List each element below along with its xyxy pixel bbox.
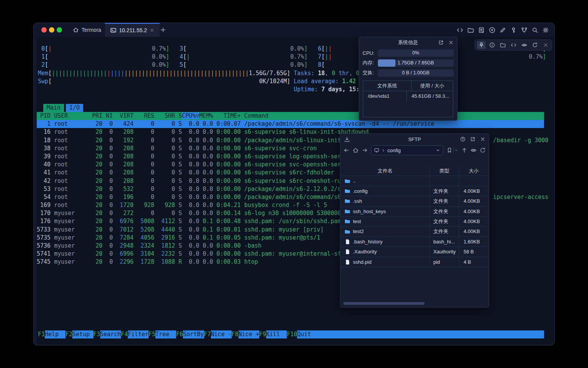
col-size[interactable]: 大小: [459, 166, 488, 176]
divider: [453, 147, 454, 153]
bookmark-icon[interactable]: [446, 147, 452, 153]
file-size: 4.00KB: [459, 227, 488, 236]
eye-button[interactable]: [520, 41, 528, 49]
file-row[interactable]: .XauthorityXauthority58 B: [341, 247, 488, 257]
tab-ssh-session[interactable]: 10.211.55.2: [105, 23, 160, 37]
file-type: 文件夹: [430, 217, 459, 226]
folder-icon[interactable]: [467, 27, 474, 33]
file-name: test: [353, 217, 361, 226]
fnlabel-sortby[interactable]: SortBy: [183, 330, 204, 338]
file-row[interactable]: .ssh文件夹4.00KB: [341, 196, 488, 206]
process-row[interactable]: 1 root 20 0 424 0 0 S 0.0 0.0 0:00.07 /p…: [37, 120, 544, 128]
record-icon[interactable]: [489, 27, 495, 33]
uptime-row: Uptime: 7 days, 15:3: [38, 85, 546, 94]
code-icon[interactable]: [457, 27, 463, 33]
fnlabel-help[interactable]: Help: [45, 330, 65, 338]
fnkey-f4[interactable]: F4: [121, 330, 128, 338]
col-filename[interactable]: 文件名: [341, 166, 430, 176]
file-type: pid: [430, 257, 459, 267]
close-icon[interactable]: [480, 136, 485, 142]
close-button[interactable]: [541, 41, 550, 49]
col-type[interactable]: 类型: [430, 166, 459, 176]
chevron-down-icon[interactable]: [436, 148, 440, 153]
pin-icon: [479, 42, 484, 48]
fnlabel-quit[interactable]: Quit: [297, 330, 311, 338]
search-icon[interactable]: [532, 27, 538, 33]
fnlabel-nice[interactable]: Nice +: [238, 330, 259, 338]
doc-icon[interactable]: [478, 27, 485, 33]
keys-icon[interactable]: [521, 27, 528, 33]
fnlabel-tree[interactable]: Tree: [155, 330, 176, 338]
file-row[interactable]: .config文件夹4.00KB: [341, 186, 488, 196]
file-row[interactable]: .bash_historybash_hi...1.60KB: [341, 237, 488, 247]
fnkey-f9[interactable]: F9: [259, 330, 266, 338]
panel-title: 系统信息: [398, 39, 418, 46]
gear-icon[interactable]: [542, 27, 549, 33]
function-bar-filler: [311, 330, 544, 338]
file-row[interactable]: ..: [341, 176, 488, 186]
open-in-window-icon[interactable]: [470, 136, 475, 142]
folder-icon: [345, 198, 350, 204]
tab-termora-home[interactable]: Termora: [67, 23, 106, 37]
sysinfo-meter-row: 内存:1.75GB / 7.65GB: [359, 58, 457, 68]
scrollbar-thumb[interactable]: [343, 302, 425, 305]
pin-button[interactable]: [477, 41, 485, 49]
file-row[interactable]: test2文件夹4.00KB: [341, 227, 488, 237]
fnlabel-kill[interactable]: Kill: [266, 330, 287, 338]
help-icon[interactable]: [460, 136, 466, 142]
file-row[interactable]: sshd.pidpid4 B: [341, 257, 488, 267]
refresh-icon[interactable]: [480, 147, 486, 153]
code-button[interactable]: [509, 41, 518, 49]
file-row[interactable]: ssh_host_keys文件夹4.00KB: [341, 207, 488, 217]
fnkey-f8[interactable]: F8: [232, 330, 238, 338]
htop-tab-main[interactable]: Main: [43, 104, 64, 112]
open-in-window-icon[interactable]: [438, 40, 444, 45]
folder-button[interactable]: [498, 41, 507, 49]
fnkey-f1[interactable]: F1: [38, 330, 45, 338]
home-icon[interactable]: [353, 147, 359, 153]
sort-column-cpu[interactable]: CPU%▽: [182, 112, 199, 119]
close-icon[interactable]: [448, 40, 454, 45]
traffic-zoom-button[interactable]: [57, 27, 62, 33]
htop-tab-io[interactable]: I/O: [66, 104, 83, 112]
key-icon[interactable]: [510, 27, 517, 33]
fnlabel-search[interactable]: Search: [100, 330, 121, 338]
fnkey-f3[interactable]: F3: [93, 330, 100, 338]
bookmark-dropdown-icon[interactable]: [454, 148, 458, 152]
new-tab-button[interactable]: [160, 27, 166, 34]
htop-view-tabs: MainI/O: [43, 104, 83, 112]
filesystem-header: 文件系统使用 / 大小: [363, 81, 453, 91]
current-folder: config: [387, 148, 401, 153]
refresh-button[interactable]: [531, 41, 539, 49]
file-name-cell: sshd.pid: [341, 257, 430, 267]
swap-meter-row: Swp[ 0K/1024M] Load average: 1.42 1: [38, 77, 546, 85]
fnlabel-filter[interactable]: Filter: [128, 330, 149, 338]
info-button[interactable]: [488, 41, 496, 49]
horizontal-scrollbar[interactable]: [342, 302, 488, 305]
fnlabel-setup[interactable]: Setup: [72, 330, 93, 338]
show-hidden-icon[interactable]: [470, 147, 477, 153]
file-row[interactable]: test文件夹4.00KB: [341, 217, 488, 227]
meter-label: 内存:: [363, 59, 378, 66]
fnkey-f6[interactable]: F6: [176, 330, 183, 338]
filesystem-row[interactable]: /dev/vda145.61GB / 58.3...: [363, 91, 453, 101]
parent-directory-icon[interactable]: [461, 147, 467, 153]
path-breadcrumb[interactable]: config: [371, 145, 443, 155]
fnlabel-nice[interactable]: Nice -: [211, 330, 232, 338]
file-icon: [345, 239, 350, 245]
cpu-meter-row: 2[ 0.0%] 5[ 0.0%] 8[: [38, 61, 546, 69]
fnkey-f7[interactable]: F7: [204, 330, 211, 338]
close-tab-icon[interactable]: [150, 28, 154, 33]
file-name: test2: [353, 227, 364, 236]
fnkey-f5[interactable]: F5: [149, 330, 155, 338]
fnkey-f2[interactable]: F2: [65, 330, 72, 338]
forward-icon[interactable]: [362, 147, 368, 153]
traffic-minimize-button[interactable]: [49, 27, 54, 33]
traffic-close-button[interactable]: [41, 27, 47, 33]
file-name: sshd.pid: [353, 257, 371, 267]
fnkey-f10[interactable]: F10: [287, 330, 297, 338]
download-icon[interactable]: [344, 136, 350, 142]
file-name-cell: .Xauthority: [341, 247, 430, 256]
back-icon[interactable]: [343, 147, 350, 153]
pencil-icon[interactable]: [500, 27, 506, 33]
